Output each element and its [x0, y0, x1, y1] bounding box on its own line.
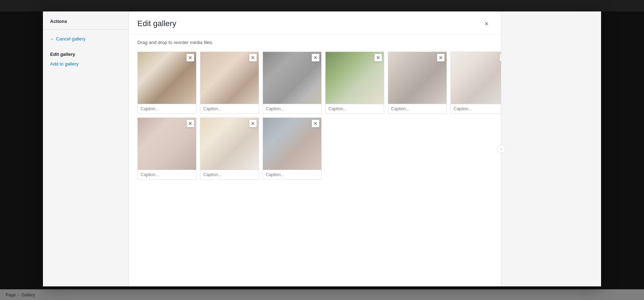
remove-button-3[interactable]: ✕: [312, 54, 319, 62]
sidebar: Actions ← Cancel gallery Edit gallery Ad…: [43, 11, 129, 286]
drag-hint: Drag and drop to reorder media files.: [129, 35, 501, 48]
gallery-item-1[interactable]: ✕: [137, 52, 196, 114]
gallery-item-2[interactable]: ✕: [200, 52, 259, 114]
gallery-item-9[interactable]: ✕: [263, 117, 322, 180]
caption-input-6[interactable]: [451, 104, 501, 113]
remove-button-1[interactable]: ✕: [186, 54, 194, 62]
gallery-row-2: ✕ ✕ ✕: [137, 117, 492, 180]
close-button[interactable]: ×: [481, 18, 492, 29]
sidebar-actions-label: Actions: [43, 19, 128, 30]
gallery-item-image-4: ✕: [326, 52, 384, 104]
caption-input-8[interactable]: [200, 170, 259, 179]
remove-button-8[interactable]: ✕: [249, 120, 257, 127]
caption-input-2[interactable]: [200, 104, 259, 113]
gallery-item-image-8: ✕: [200, 118, 259, 170]
right-panel-toggle[interactable]: ›: [497, 145, 506, 153]
remove-button-5[interactable]: ✕: [437, 54, 445, 62]
add-to-gallery-link[interactable]: Add to gallery: [43, 60, 128, 68]
modal-overlay: Actions ← Cancel gallery Edit gallery Ad…: [0, 11, 644, 300]
gallery-item-7[interactable]: ✕: [137, 117, 196, 180]
cancel-gallery-link[interactable]: ← Cancel gallery: [43, 33, 128, 44]
gallery-item-6[interactable]: ✕: [450, 52, 501, 114]
remove-button-7[interactable]: ✕: [186, 120, 194, 127]
gallery-item-image-3: ✕: [263, 52, 321, 104]
gallery-item-image-6: ✕: [451, 52, 501, 104]
main-header: Edit gallery ×: [129, 11, 501, 35]
gallery-item-image-9: ✕: [263, 118, 321, 170]
page-title: Edit gallery: [137, 19, 176, 28]
gallery-item-4[interactable]: ✕: [325, 52, 384, 114]
caption-input-5[interactable]: [388, 104, 447, 113]
caption-input-4[interactable]: [326, 104, 384, 113]
remove-button-2[interactable]: ✕: [249, 54, 257, 62]
gallery-item-image-1: ✕: [138, 52, 196, 104]
top-bar: [0, 0, 644, 11]
photo-6: [451, 52, 501, 104]
gallery-item-image-5: ✕: [388, 52, 447, 104]
caption-input-1[interactable]: [138, 104, 196, 113]
main-content: Edit gallery × Drag and drop to reorder …: [129, 11, 501, 286]
gallery-row-1: ✕ ✕ ✕: [137, 52, 492, 114]
caption-input-7[interactable]: [138, 170, 196, 179]
gallery-item-image-7: ✕: [138, 118, 196, 170]
gallery-grid: ✕ ✕ ✕: [129, 48, 501, 286]
remove-button-9[interactable]: ✕: [312, 120, 319, 127]
gallery-item-5[interactable]: ✕: [388, 52, 447, 114]
gallery-item-3[interactable]: ✕: [263, 52, 322, 114]
remove-button-6[interactable]: ✕: [499, 54, 501, 62]
gallery-item-image-2: ✕: [200, 52, 259, 104]
modal: Actions ← Cancel gallery Edit gallery Ad…: [43, 11, 601, 286]
gallery-item-8[interactable]: ✕: [200, 117, 259, 180]
remove-button-4[interactable]: ✕: [374, 54, 382, 62]
right-panel: ›: [501, 11, 601, 286]
caption-input-9[interactable]: [263, 170, 321, 179]
caption-input-3[interactable]: [263, 104, 321, 113]
sidebar-edit-gallery-label: Edit gallery: [43, 44, 128, 60]
